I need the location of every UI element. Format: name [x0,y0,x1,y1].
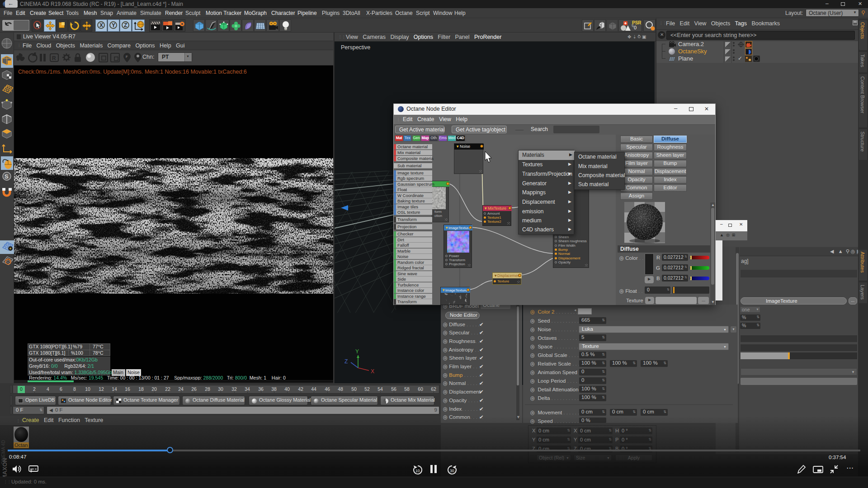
svg-text:X: X [371,368,374,375]
svg-text:R: R [52,55,56,61]
svg-text:Y: Y [355,348,359,355]
svg-text:30: 30 [450,469,454,473]
svg-text:Z: Z [344,358,348,365]
svg-text:S: S [5,173,9,180]
svg-text:F: F [126,55,128,59]
